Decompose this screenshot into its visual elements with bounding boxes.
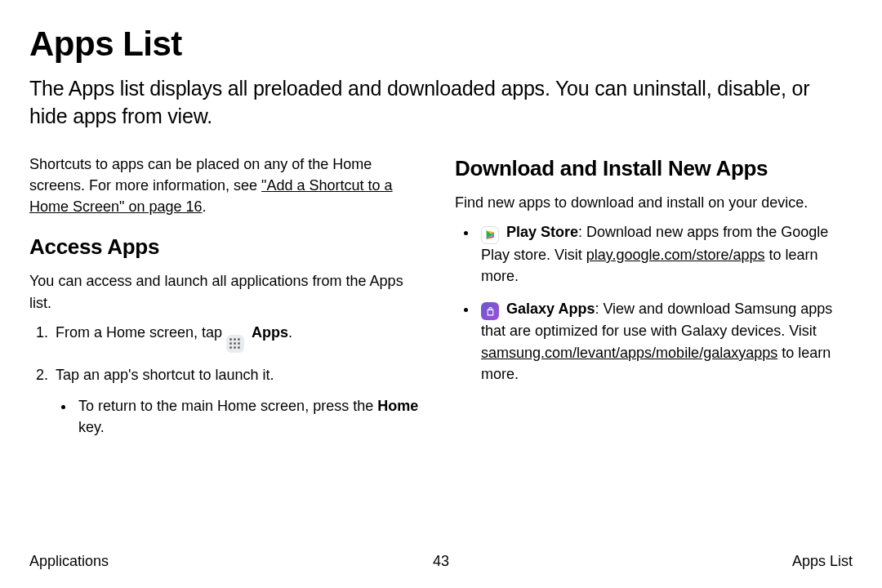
shortcuts-text-suffix: .	[203, 198, 207, 215]
step-2-sub-bold: Home	[377, 398, 418, 414]
play-store-item: Play Store: Download new apps from the G…	[478, 221, 853, 287]
galaxy-apps-icon	[481, 302, 499, 320]
step-2-text: Tap an app's shortcut to launch it.	[56, 367, 274, 383]
step-1-suffix: .	[288, 324, 292, 341]
content-columns: Shortcuts to apps can be placed on any o…	[29, 154, 853, 449]
shortcuts-paragraph: Shortcuts to apps can be placed on any o…	[29, 154, 427, 217]
left-column: Shortcuts to apps can be placed on any o…	[29, 154, 427, 449]
download-install-description: Find new apps to download and install on…	[455, 192, 853, 213]
footer-page-number: 43	[304, 553, 578, 570]
apps-icon	[226, 335, 244, 353]
play-store-link[interactable]: play.google.com/store/apps	[586, 247, 765, 263]
access-apps-heading: Access Apps	[29, 232, 427, 263]
play-store-label: Play Store	[506, 224, 578, 240]
step-1: From a Home screen, tap Apps.	[52, 322, 427, 353]
step-1-prefix: From a Home screen, tap	[56, 324, 226, 341]
intro-paragraph: The Apps list displays all preloaded and…	[29, 75, 853, 131]
step-2-subitem: To return to the main Home screen, press…	[75, 395, 427, 438]
access-apps-steps: From a Home screen, tap Apps. Tap an app…	[29, 322, 427, 438]
galaxy-apps-item: Galaxy Apps: View and download Samsung a…	[478, 298, 853, 385]
footer-title: Apps List	[578, 553, 853, 570]
footer-section: Applications	[29, 553, 304, 570]
app-stores-list: Play Store: Download new apps from the G…	[455, 221, 853, 384]
page-title: Apps List	[29, 24, 853, 64]
access-apps-description: You can access and launch all applicatio…	[29, 270, 427, 313]
galaxy-apps-label: Galaxy Apps	[506, 301, 595, 317]
download-install-heading: Download and Install New Apps	[455, 154, 853, 185]
step-1-bold: Apps	[252, 324, 288, 341]
step-2-sub-prefix: To return to the main Home screen, press…	[78, 398, 377, 414]
page-footer: Applications 43 Apps List	[29, 553, 853, 570]
step-2-sublist: To return to the main Home screen, press…	[56, 395, 427, 438]
play-store-icon	[481, 226, 499, 244]
step-2: Tap an app's shortcut to launch it. To r…	[52, 364, 427, 438]
step-2-sub-suffix: key.	[78, 419, 105, 435]
galaxy-apps-link[interactable]: samsung.com/levant/apps/mobile/galaxyapp…	[481, 345, 777, 361]
right-column: Download and Install New Apps Find new a…	[455, 154, 853, 449]
